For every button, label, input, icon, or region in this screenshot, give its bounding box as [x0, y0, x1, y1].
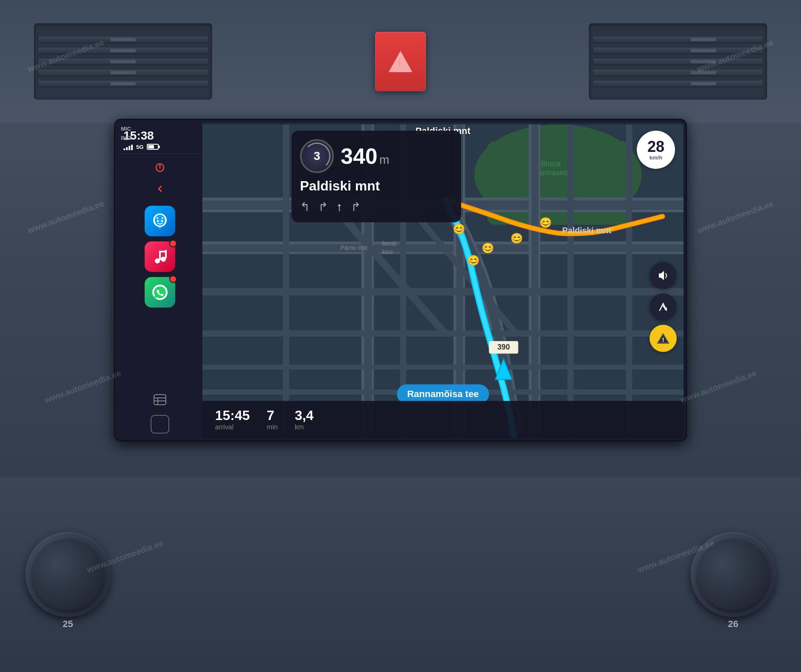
turn-indicator: 3: [300, 139, 334, 173]
whatsapp-logo-icon: [151, 283, 169, 302]
sidebar-bottom: [118, 392, 202, 434]
center-console: MIC RST 15:38 5G: [114, 119, 687, 441]
vent-slat: [593, 59, 763, 64]
time-display: 15:38: [123, 130, 196, 142]
vent-slat: [593, 81, 763, 87]
speed-indicator: 28 km/h: [637, 131, 675, 169]
waze-emoji-5: 😊: [467, 255, 480, 266]
battery-fill: [148, 145, 154, 148]
music-app-icon[interactable]: [145, 241, 175, 272]
profile-icon-button[interactable]: [151, 392, 169, 411]
nav-card: 3 340 m Paldiski mnt ↰: [291, 131, 461, 222]
person-icon: [152, 394, 168, 409]
vent-slat: [38, 81, 208, 87]
direction-left-turn[interactable]: ↰: [300, 200, 310, 214]
map-area[interactable]: Tallinna Loomaaed: [202, 122, 683, 438]
watermark-5: www.automeedia.ee: [43, 368, 123, 405]
right-vent: [589, 23, 767, 100]
nav-directions: ↰ ↱ ↑ ↱: [300, 200, 453, 214]
waze-logo-icon: [151, 212, 169, 230]
vent-slat: [593, 48, 763, 53]
signal-bars: [123, 143, 133, 150]
vent-slat: [593, 70, 763, 76]
distance-value: 340: [341, 144, 378, 168]
svg-rect-32: [532, 124, 538, 436]
vent-slat: [38, 36, 208, 42]
svg-marker-51: [659, 271, 664, 280]
distance-display: 340 m: [341, 145, 453, 167]
svg-rect-14: [154, 395, 166, 405]
sidebar: MIC RST 15:38 5G: [118, 122, 202, 438]
svg-text:kimi: kimi: [382, 249, 393, 255]
network-badge: 5G: [136, 144, 143, 150]
direction-straight[interactable]: ↑: [336, 200, 342, 214]
eta-mins-label: min: [267, 423, 278, 431]
eta-time-value: 15:45: [215, 408, 250, 423]
whatsapp-app-icon[interactable]: [145, 277, 175, 308]
music-notification-dot: [169, 240, 177, 247]
screen: MIC RST 15:38 5G: [118, 122, 683, 438]
eta-dist: 3,4 km: [295, 408, 314, 431]
hazard-triangle-icon: [389, 51, 412, 72]
svg-text:bersti: bersti: [382, 241, 397, 247]
watermark-4: www.automeedia.ee: [695, 199, 775, 235]
signal-bar-2: [126, 147, 128, 150]
speed-value: 28: [647, 139, 664, 154]
direction-right-turn[interactable]: ↱: [318, 200, 328, 214]
svg-rect-12: [159, 251, 167, 252]
nav-top-row: 3 340 m: [300, 139, 453, 173]
power-icon-button[interactable]: [151, 159, 168, 176]
distance-unit-text: m: [379, 153, 389, 166]
nav-street-name: Paldiski mnt: [300, 178, 453, 194]
svg-text:Pärnu mnt: Pärnu mnt: [340, 245, 367, 251]
whatsapp-notification-dot: [169, 275, 177, 283]
vent-slat: [38, 48, 208, 53]
turn-number: 3: [314, 149, 320, 163]
top-vent-area: [0, 0, 801, 123]
direction-right-fork[interactable]: ↱: [351, 200, 361, 214]
route-button[interactable]: [650, 294, 677, 321]
eta-mins: 7 min: [267, 408, 278, 431]
svg-point-7: [162, 217, 163, 219]
signal-bar-3: [129, 146, 130, 150]
signal-bar-1: [123, 148, 125, 150]
waze-emoji-1: 😊: [453, 223, 465, 235]
waze-emoji-4: 😊: [539, 217, 552, 229]
home-icon-button[interactable]: [151, 415, 169, 434]
right-knob-inner: [697, 538, 769, 610]
screen-bezel: MIC RST 15:38 5G: [114, 119, 687, 441]
svg-point-54: [664, 308, 667, 310]
right-knob-label: 26: [728, 619, 738, 630]
svg-text:Paldiski mnt: Paldiski mnt: [562, 226, 612, 235]
volume-button[interactable]: [650, 262, 677, 289]
back-icon-button[interactable]: [151, 180, 168, 197]
hazard-button[interactable]: [375, 32, 426, 91]
signal-bar-4: [131, 145, 133, 150]
left-knob-label: 25: [63, 619, 73, 630]
battery-icon: [147, 144, 159, 150]
route-icon: [656, 300, 670, 314]
rst-label: RST: [121, 135, 132, 141]
svg-text:390: 390: [497, 343, 510, 351]
back-icon: [155, 184, 165, 194]
waze-emoji-2: 😊: [482, 242, 494, 254]
distance-info: 340 m: [341, 145, 453, 167]
svg-rect-20: [487, 141, 629, 225]
mic-label: MIC: [121, 126, 131, 132]
music-logo-icon: [151, 247, 169, 266]
left-knob[interactable]: [25, 532, 110, 617]
vent-slat: [38, 70, 208, 76]
right-knob[interactable]: [691, 532, 776, 617]
eta-dist-label: km: [295, 423, 314, 431]
vent-slat: [38, 59, 208, 64]
svg-point-4: [157, 220, 159, 222]
waze-app-icon[interactable]: [145, 206, 175, 236]
speed-unit: km/h: [650, 154, 662, 161]
left-knob-inner: [32, 538, 104, 610]
report-button[interactable]: ! !: [650, 325, 677, 352]
eta-dist-value: 3,4: [295, 408, 314, 423]
status-row: 5G: [123, 143, 196, 150]
right-buttons: ! !: [650, 262, 677, 352]
watermark-3: www.automeedia.ee: [26, 199, 106, 235]
sidebar-icons: [118, 159, 202, 197]
